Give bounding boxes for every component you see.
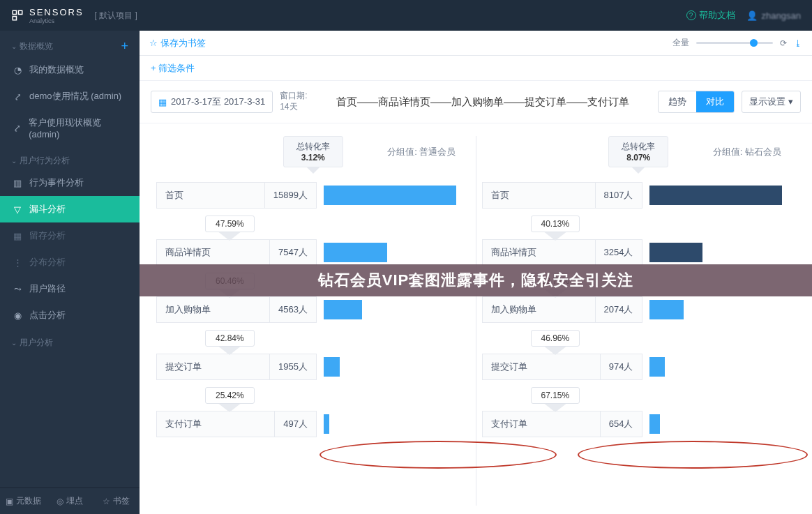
sidebar-item-funnel[interactable]: ▽漏斗分析 [0, 196, 140, 222]
total-rate-badge: 总转化率8.07% [608, 136, 668, 167]
step-name: 支付订单 [157, 418, 274, 430]
group-value-label: 分组值: 钻石会员 [713, 146, 781, 158]
step-name: 提交订单 [157, 361, 269, 373]
funnel-icon: ▽ [13, 204, 22, 214]
step-count: 3254人 [595, 240, 642, 265]
sidebar-group-user[interactable]: ⌄用户分析 [0, 328, 140, 352]
step-count: 8107人 [595, 183, 642, 208]
column-separator [476, 136, 476, 506]
footer-tracking[interactable]: ◎埋点 [47, 488, 93, 514]
sidebar-item-user-path[interactable]: ⤳用户路径 [0, 275, 140, 302]
step-bar [649, 414, 660, 434]
step-count: 15899人 [264, 183, 316, 208]
logo: SENSORS Analytics [11, 7, 84, 24]
conversion-rate: 67.15% [531, 387, 580, 404]
step-bar [324, 357, 340, 377]
db-icon: ▣ [6, 497, 13, 506]
step-count: 7547人 [269, 240, 316, 265]
compare-button[interactable]: 对比 [696, 91, 734, 112]
funnel-title: 首页——商品详情页——加入购物单——提交订单——支付订单 [315, 96, 652, 109]
sidebar-item-demo-usage[interactable]: ⤤demo使用情况 (admin) [0, 83, 140, 109]
funnel-step: 首页8107人 [482, 182, 796, 209]
display-settings-button[interactable]: 显示设置 ▾ [742, 91, 801, 113]
step-count: 4563人 [269, 297, 316, 322]
logo-icon [11, 9, 24, 22]
view-mode-toggle: 趋势 对比 [658, 91, 735, 113]
user-menu[interactable]: 👤 zhangsan [746, 10, 801, 21]
step-bar [324, 414, 329, 434]
star-icon: ☆ [103, 497, 110, 506]
chart-icon: ▥ [13, 178, 22, 188]
step-bar [324, 186, 456, 205]
step-name: 首页 [157, 189, 264, 202]
step-name: 商品详情页 [157, 246, 269, 259]
target-icon: ◎ [57, 497, 63, 506]
conversion-arrow: 47.59% [205, 216, 255, 232]
conversion-rate: 47.59% [205, 216, 255, 232]
sidebar-item-event-analysis[interactable]: ▥行为事件分析 [0, 169, 140, 196]
grid-icon: ▦ [13, 231, 22, 241]
star-icon: ☆ [149, 38, 158, 48]
share-icon: ⤤ [13, 91, 22, 101]
save-bookmark-button[interactable]: ☆ 保存为书签 [149, 37, 206, 50]
conversion-arrow: 42.84% [205, 330, 255, 347]
sidebar-item-my-overview[interactable]: ◔我的数据概览 [0, 56, 140, 83]
brand-line2: Analytics [29, 17, 84, 24]
total-rate-badge: 总转化率3.12% [283, 136, 343, 167]
sidebar-item-retention[interactable]: ▦留存分析 [0, 222, 140, 249]
add-icon[interactable]: + [121, 39, 128, 54]
path-icon: ⤳ [13, 284, 22, 294]
conversion-rate: 42.84% [205, 330, 255, 347]
dots-icon: ⋮ [13, 257, 22, 267]
svg-rect-0 [13, 10, 16, 14]
svg-rect-1 [19, 10, 22, 14]
funnel-step: 支付订单654人 [482, 411, 796, 437]
step-count: 1955人 [269, 354, 316, 379]
sidebar: ⌄数据概览 + ◔我的数据概览 ⤤demo使用情况 (admin) ⤤客户使用现… [0, 31, 140, 514]
funnel-step: 提交订单974人 [482, 354, 796, 380]
funnel-column-right: 总转化率8.07%分组值: 钻石会员首页8107人40.13%商品详情页3254… [482, 136, 796, 506]
user-icon: 👤 [746, 10, 758, 21]
project-name[interactable]: [ 默认项目 ] [95, 10, 137, 22]
step-count: 497人 [274, 411, 316, 437]
step-name: 提交订单 [483, 361, 600, 373]
step-name: 支付订单 [483, 418, 600, 430]
step-bar [649, 357, 666, 377]
conversion-arrow: 25.42% [205, 387, 255, 404]
sidebar-item-distribution[interactable]: ⋮分布分析 [0, 249, 140, 275]
sidebar-item-click-analysis[interactable]: ◉点击分析 [0, 302, 140, 328]
overlay-banner: 钻石会员VIP套图泄露事件，隐私安全引关注 [140, 264, 812, 296]
conversion-arrow: 67.15% [531, 387, 580, 404]
sidebar-item-customer-usage[interactable]: ⤤客户使用现状概览 (admin) [0, 109, 140, 146]
share-icon: ⤤ [13, 123, 22, 133]
help-link[interactable]: ? 帮助文档 [686, 9, 735, 22]
window-info: 窗口期: 14天 [280, 91, 307, 112]
date-range-picker[interactable]: ▦ 2017-3-17至 2017-3-31 [151, 91, 273, 113]
step-name: 加入购物单 [157, 303, 269, 316]
funnel-step: 商品详情页3254人 [482, 239, 796, 266]
topbar: SENSORS Analytics [ 默认项目 ] ? 帮助文档 👤 zhan… [0, 0, 812, 31]
step-count: 2074人 [595, 297, 642, 322]
step-bar [649, 186, 782, 205]
step-name: 首页 [483, 189, 595, 202]
pointer-icon: ◉ [13, 310, 22, 320]
step-bar [649, 243, 702, 262]
footer-bookmark[interactable]: ☆书签 [93, 488, 140, 514]
download-icon[interactable]: ⭳ [794, 38, 802, 48]
step-bar [324, 300, 362, 319]
trend-button[interactable]: 趋势 [659, 91, 696, 112]
conversion-rate: 46.96% [531, 330, 580, 347]
sample-slider[interactable] [696, 42, 773, 44]
footer-raw-data[interactable]: ▣元数据 [0, 488, 47, 514]
step-name: 加入购物单 [483, 303, 595, 316]
group-value-label: 分组值: 普通会员 [387, 146, 456, 158]
sidebar-group-behavior[interactable]: ⌄用户行为分析 [0, 146, 140, 169]
step-count: 654人 [600, 411, 642, 437]
step-count: 974人 [600, 354, 642, 379]
sidebar-group-overview[interactable]: ⌄数据概览 + [0, 31, 140, 56]
add-filter-button[interactable]: + 筛选条件 [151, 63, 195, 73]
funnel-step: 商品详情页7547人 [156, 239, 470, 266]
refresh-icon[interactable]: ⟳ [780, 38, 787, 48]
funnel-step: 首页15899人 [156, 182, 470, 209]
main-content: ☆ 保存为书签 全量 ⟳ ⭳ + 筛选条件 ▦ 2017-3-17至 2017-… [140, 31, 812, 514]
